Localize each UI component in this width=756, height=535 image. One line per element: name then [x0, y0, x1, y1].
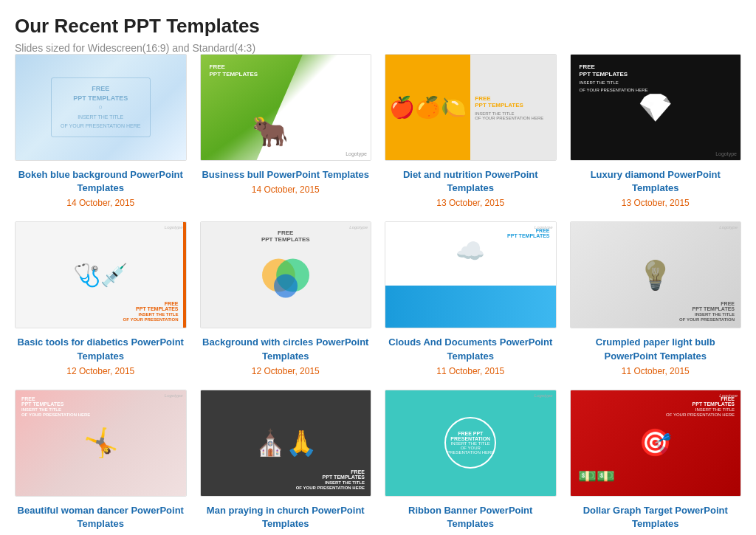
template-date-bokeh-blue: 14 October, 2015 [66, 198, 134, 208]
page-header: Our Recent PPT Templates Slides sized fo… [15, 15, 741, 54]
template-date-diet-nutrition: 13 October, 2015 [436, 198, 504, 208]
template-thumbnail-background-circles: FREEPPT TEMPLATES Logotype [200, 221, 372, 328]
template-card-background-circles[interactable]: FREEPPT TEMPLATES Logotype Background wi… [200, 221, 372, 376]
template-thumbnail-dollar-graph: 💵💵 🎯 FREEPPT TEMPLATESINSERT THE TITLEOF… [570, 390, 742, 497]
template-title-luxury-diamond[interactable]: Luxury diamond PowerPoint Templates [570, 168, 742, 195]
template-thumbnail-woman-dancer: FREEPPT TEMPLATESINSERT THE TITLEOF YOUR… [15, 390, 187, 497]
template-thumbnail-business-bull: FREEPPT TEMPLATES 🐂 Logotype [200, 54, 372, 161]
template-date-background-circles: 12 October, 2015 [252, 366, 320, 376]
template-card-diet-nutrition[interactable]: 🍎🍊🍋 FREEPPT TEMPLATES INSERT THE TITLEOF… [385, 54, 557, 208]
template-date-crumpled-paper-bulb: 11 October, 2015 [622, 366, 690, 376]
template-date-basic-tools-diabetics: 12 October, 2015 [66, 366, 134, 376]
template-card-man-church[interactable]: ⛪🙏 FREEPPT TEMPLATESINSERT THE TITLEOF Y… [200, 390, 372, 535]
template-thumbnail-clouds-documents: ☁️ FREEPPT TEMPLATES Logotype [385, 221, 557, 328]
templates-grid: FREEPPT TEMPLATES○INSERT THE TITLEOF YOU… [15, 54, 741, 535]
template-card-crumpled-paper-bulb[interactable]: 💡 FREEPPT TEMPLATESINSERT THE TITLEOF YO… [570, 221, 742, 376]
template-title-clouds-documents[interactable]: Clouds And Documents PowerPoint Template… [385, 336, 557, 362]
template-date-luxury-diamond: 13 October, 2015 [622, 198, 690, 208]
template-card-ribbon-banner[interactable]: FREE PPTPRESENTATIONINSERT THE TITLEOF Y… [385, 390, 557, 535]
template-title-diet-nutrition[interactable]: Diet and nutrition PowerPoint Templates [385, 168, 557, 195]
template-card-bokeh-blue[interactable]: FREEPPT TEMPLATES○INSERT THE TITLEOF YOU… [15, 54, 187, 208]
template-title-woman-dancer[interactable]: Beautiful woman dancer PowerPoint Templa… [15, 504, 187, 531]
template-thumbnail-man-church: ⛪🙏 FREEPPT TEMPLATESINSERT THE TITLEOF Y… [200, 390, 372, 497]
template-thumbnail-luxury-diamond: FREEPPT TEMPLATESINSERT THE TITLEOF YOUR… [570, 54, 742, 161]
template-title-crumpled-paper-bulb[interactable]: Crumpled paper light bulb PowerPoint Tem… [570, 336, 742, 362]
template-title-man-church[interactable]: Man praying in church PowerPoint Templat… [200, 504, 372, 531]
template-title-dollar-graph[interactable]: Dollar Graph Target PowerPoint Templates [570, 504, 742, 531]
template-thumbnail-crumpled-paper-bulb: 💡 FREEPPT TEMPLATESINSERT THE TITLEOF YO… [570, 221, 742, 328]
page-title: Our Recent PPT Templates [15, 15, 741, 38]
template-card-woman-dancer[interactable]: FREEPPT TEMPLATESINSERT THE TITLEOF YOUR… [15, 390, 187, 535]
template-thumbnail-diet-nutrition: 🍎🍊🍋 FREEPPT TEMPLATES INSERT THE TITLEOF… [385, 54, 557, 161]
svg-point-2 [274, 274, 298, 297]
template-date-business-bull: 14 October, 2015 [252, 184, 320, 195]
template-title-bokeh-blue[interactable]: Bokeh blue background PowerPoint Templat… [15, 168, 187, 195]
page-subtitle: Slides sized for Widescreen(16:9) and St… [15, 42, 741, 54]
template-title-business-bull[interactable]: Business bull PowerPoint Templates [202, 168, 369, 182]
template-card-dollar-graph[interactable]: 💵💵 🎯 FREEPPT TEMPLATESINSERT THE TITLEOF… [570, 390, 742, 535]
template-date-clouds-documents: 11 October, 2015 [436, 366, 504, 376]
template-thumbnail-bokeh-blue: FREEPPT TEMPLATES○INSERT THE TITLEOF YOU… [15, 54, 187, 161]
template-card-basic-tools-diabetics[interactable]: 🩺💉 FREEPPT TEMPLATESINSERT THE TITLEOF Y… [15, 221, 187, 376]
template-title-background-circles[interactable]: Background with circles PowerPoint Templ… [200, 336, 372, 362]
template-card-clouds-documents[interactable]: ☁️ FREEPPT TEMPLATES Logotype Clouds And… [385, 221, 557, 376]
template-thumbnail-ribbon-banner: FREE PPTPRESENTATIONINSERT THE TITLEOF Y… [385, 390, 557, 497]
template-title-ribbon-banner[interactable]: Ribbon Banner PowerPoint Templates [385, 504, 557, 531]
template-card-luxury-diamond[interactable]: FREEPPT TEMPLATESINSERT THE TITLEOF YOUR… [570, 54, 742, 208]
template-card-business-bull[interactable]: FREEPPT TEMPLATES 🐂 Logotype Business bu… [200, 54, 372, 208]
template-title-basic-tools-diabetics[interactable]: Basic tools for diabetics PowerPoint Tem… [15, 336, 187, 362]
template-thumbnail-basic-tools-diabetics: 🩺💉 FREEPPT TEMPLATESINSERT THE TITLEOF Y… [15, 221, 187, 328]
